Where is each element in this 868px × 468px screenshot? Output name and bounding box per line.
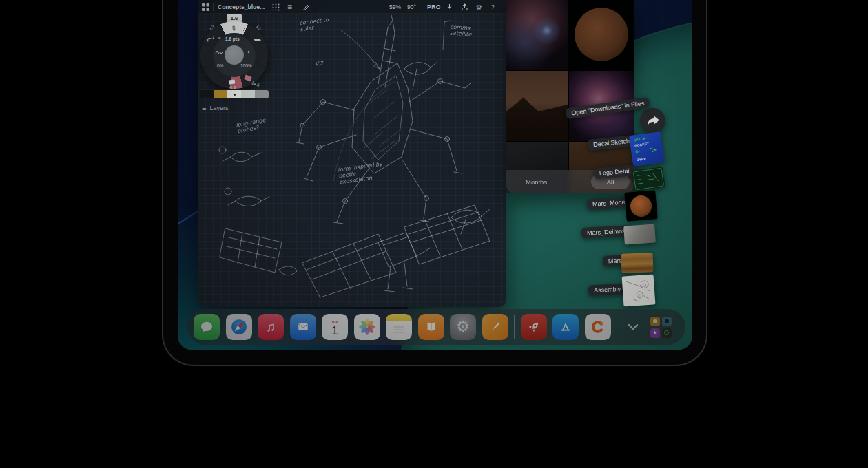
stack-menu-icon[interactable]: ≡: [287, 0, 292, 14]
mars-globe-art: [630, 195, 653, 218]
download-icon[interactable]: [446, 0, 453, 14]
lines-icon: ≡: [218, 36, 221, 41]
photo-thumbnail-mars-landscape[interactable]: [506, 71, 568, 141]
layers-label: Layers: [209, 105, 228, 111]
layers-menu-icon: ≡: [202, 104, 206, 112]
dock-app-settings[interactable]: ⚙: [450, 314, 476, 340]
dock-app-messages[interactable]: [194, 314, 220, 340]
thumbnail-mars-model[interactable]: [624, 190, 657, 222]
lightbulb-mini-icon: [650, 317, 660, 326]
annotation-form-inspired: form inspired by beetle exoskeleton: [337, 161, 384, 186]
dock-app-rocket[interactable]: [521, 314, 547, 340]
concepts-pen-icon: [487, 319, 504, 335]
photos-app-window[interactable]: Months All: [506, 0, 634, 193]
dock-app-concepts[interactable]: [482, 314, 508, 340]
logo-art: [632, 167, 665, 191]
c-swirl-icon: [589, 318, 607, 336]
help-button[interactable]: ?: [491, 0, 495, 14]
brush-tool-wheel[interactable]: 1.6 ✎ 1.3 3.5 6.9 14.5 ≡ 1.6 pts ◐ 0% 10…: [200, 14, 268, 91]
brush-size-bottom-right: 14.5: [251, 81, 260, 87]
dock-app-photos[interactable]: [354, 314, 380, 340]
dock-app-mail[interactable]: [290, 314, 316, 340]
thumbnail-logo-detail[interactable]: [632, 167, 665, 191]
pro-badge[interactable]: PRO: [427, 0, 441, 14]
palette-swatch-black[interactable]: [200, 90, 214, 98]
palette-swatch-gray[interactable]: [255, 90, 269, 98]
palette-swatch-white-selected[interactable]: [227, 90, 241, 98]
thumbnail-decal-sketches[interactable]: SPACEROCKETR≡DYRE: [629, 131, 665, 167]
pressure-icon[interactable]: [215, 50, 223, 55]
dock-app-calendar[interactable]: Tue 1: [322, 314, 348, 340]
palette-swatch-gold[interactable]: [214, 90, 227, 98]
books-open-book-icon: [424, 319, 439, 334]
assembly-art: [622, 274, 656, 306]
photo-thumbnail-mars-globe[interactable]: [569, 0, 634, 70]
rocket-icon: [526, 319, 542, 335]
rotation-value[interactable]: 90°: [407, 0, 416, 14]
page-background: Concepts_blue... ≡ 59% 90° PRO ⚙ ?: [0, 0, 868, 468]
photos-flower-icon: [357, 317, 378, 337]
ipad-screen: Concepts_blue... ≡ 59% 90° PRO ⚙ ?: [178, 0, 692, 350]
annotation-connect-to-solar: connect to solar: [299, 16, 338, 33]
annotation-comms-satellite: comms satellite: [449, 23, 482, 39]
thumbnail-mars-map[interactable]: [621, 253, 654, 273]
mail-envelope-icon: [296, 319, 311, 334]
dock-app-books[interactable]: [418, 314, 444, 340]
palette-swatch-lightgray[interactable]: [241, 90, 255, 98]
star-mini-icon: ★: [650, 328, 660, 338]
annotation-long-range-probes: long-range probes?: [236, 115, 280, 135]
app-grid-icon[interactable]: [202, 0, 209, 14]
notes-lines-icon: [391, 319, 407, 335]
dock-app-notes[interactable]: [386, 314, 412, 340]
color-size-preview-knob[interactable]: [225, 45, 244, 65]
app-library-button[interactable]: ★: [648, 315, 673, 339]
camera-mini-icon: [662, 317, 672, 326]
safari-compass-icon: [229, 317, 249, 337]
toolbar-divider: [213, 3, 214, 11]
pen-tool-icon[interactable]: [302, 0, 310, 14]
selected-swatch-dot: [234, 94, 236, 96]
eraser-tool-icon[interactable]: [229, 79, 236, 84]
concepts-toolbar: Concepts_blue... ≡ 59% 90° PRO ⚙ ?: [198, 0, 506, 14]
appstore-a-icon: [557, 319, 574, 335]
svg-text:ROCKET: ROCKET: [634, 142, 650, 148]
zoom-level[interactable]: 59%: [389, 0, 401, 14]
calendar-day: 1: [331, 325, 338, 337]
opacity-half-icon[interactable]: ◐: [247, 48, 251, 55]
concepts-app-window[interactable]: Concepts_blue... ≡ 59% 90° PRO ⚙ ?: [198, 0, 506, 307]
share-forward-button[interactable]: [640, 108, 665, 134]
dock-collapse-chevron[interactable]: [623, 314, 643, 340]
dock-app-appstore[interactable]: [552, 314, 579, 340]
color-palette-bar[interactable]: [200, 90, 269, 98]
music-note-icon: ♫: [266, 319, 276, 334]
stroke-width-value: 1.6 pts: [225, 36, 240, 41]
settings-gear-glyph: ⚙: [456, 318, 470, 336]
messages-bubble-icon: [198, 319, 215, 335]
decal-art: SPACEROCKETR≡DYRE: [629, 131, 665, 167]
dock-divider: [617, 315, 617, 339]
document-title[interactable]: Concepts_blue...: [218, 0, 265, 14]
precision-grid-icon[interactable]: [272, 0, 280, 14]
thumbnail-assembly-sketch[interactable]: [622, 274, 656, 306]
settings-gear-icon[interactable]: ⚙: [476, 0, 482, 14]
dock: ♫ Tue 1: [187, 309, 685, 345]
drag-item-label: Assembly: [588, 284, 627, 297]
timer-mini-icon: [662, 328, 672, 338]
thumbnail-mars-deimos[interactable]: [623, 224, 656, 244]
annotation-version: V.2: [315, 60, 324, 67]
dock-app-safari[interactable]: [226, 314, 252, 340]
tab-months[interactable]: Months: [526, 170, 547, 193]
photo-thumbnail-nebula[interactable]: [506, 0, 568, 70]
chevron-down-icon: [627, 323, 639, 331]
brush-size-bottom: 6.9: [230, 85, 236, 89]
dock-divider: [514, 315, 515, 339]
forward-arrow-icon: [646, 115, 660, 127]
dock-app-c-swirl[interactable]: [585, 314, 611, 340]
svg-text:SPACE: SPACE: [634, 136, 646, 142]
opacity-max-label: 100%: [240, 63, 252, 68]
share-export-icon[interactable]: [461, 0, 468, 14]
svg-text:DYRE: DYRE: [637, 156, 647, 162]
svg-text:R≡: R≡: [635, 149, 640, 153]
dock-app-music[interactable]: ♫: [258, 314, 284, 340]
layers-panel-toggle[interactable]: ≡ Layers: [202, 104, 228, 112]
